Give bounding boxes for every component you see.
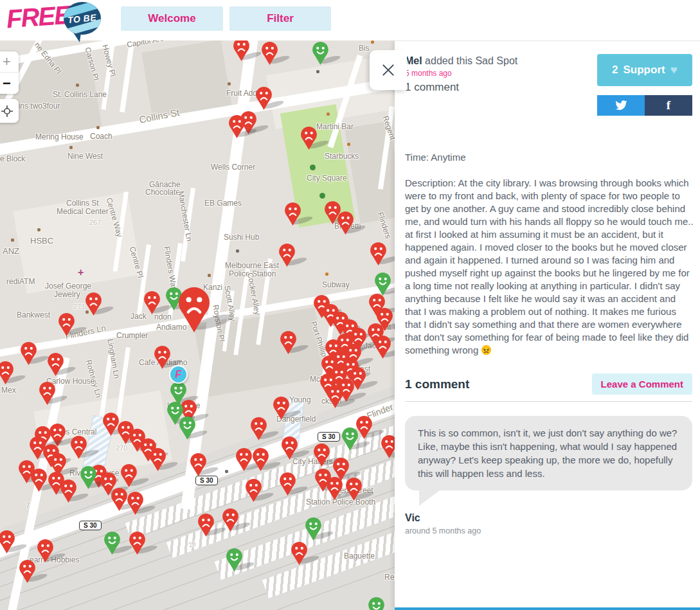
sad-marker[interactable] bbox=[369, 242, 388, 266]
sad-marker[interactable] bbox=[36, 539, 55, 563]
street-label: Mex bbox=[1, 386, 16, 395]
street-label: Subway bbox=[322, 280, 350, 289]
sad-marker[interactable] bbox=[197, 513, 215, 537]
zoom-out-button[interactable]: − bbox=[0, 73, 19, 94]
poi-icon bbox=[96, 126, 100, 129]
sad-marker[interactable] bbox=[251, 447, 270, 472]
street-label: rediATM bbox=[6, 277, 35, 286]
facebook-share-button[interactable]: f bbox=[645, 95, 692, 116]
sad-marker[interactable] bbox=[46, 352, 65, 377]
heart-icon: ♥ bbox=[670, 63, 678, 77]
street-label: Mering House bbox=[35, 132, 84, 141]
sad-marker[interactable] bbox=[283, 202, 302, 226]
street-label: Starbucks bbox=[325, 152, 359, 161]
happy-marker[interactable] bbox=[178, 416, 197, 440]
happy-marker[interactable] bbox=[304, 517, 323, 541]
sad-marker[interactable] bbox=[228, 114, 246, 139]
sad-marker[interactable] bbox=[280, 436, 299, 460]
sad-marker[interactable] bbox=[0, 361, 15, 385]
filter-button[interactable]: Filter bbox=[229, 6, 331, 31]
comment-bubble: This is so common, isn't it, we just don… bbox=[405, 416, 692, 490]
sad-marker[interactable] bbox=[19, 341, 38, 366]
sad-marker[interactable] bbox=[38, 381, 57, 406]
street-label: Melbourne East bbox=[225, 261, 279, 270]
sad-marker[interactable] bbox=[345, 477, 363, 501]
sad-marker[interactable] bbox=[325, 476, 344, 501]
twitter-share-button[interactable] bbox=[597, 95, 645, 116]
sad-marker[interactable] bbox=[260, 41, 279, 66]
happy-marker[interactable] bbox=[79, 465, 98, 490]
street-label: HSBC bbox=[30, 236, 53, 246]
comment-bubble-tail bbox=[419, 490, 440, 506]
sad-marker[interactable] bbox=[244, 478, 263, 503]
sad-marker[interactable] bbox=[128, 531, 147, 555]
happy-marker[interactable] bbox=[311, 41, 330, 66]
sad-marker[interactable] bbox=[300, 126, 318, 150]
spot-description: Description: At the city library. I was … bbox=[405, 177, 694, 357]
street-label: e Block bbox=[0, 154, 25, 163]
sad-marker[interactable] bbox=[290, 541, 309, 566]
sad-marker[interactable] bbox=[57, 312, 76, 337]
sad-marker[interactable] bbox=[84, 292, 103, 316]
sad-marker[interactable] bbox=[189, 453, 208, 477]
lane bbox=[120, 40, 135, 112]
sad-marker[interactable] bbox=[59, 479, 78, 503]
app: FREE TO BE Welcome Filter bbox=[0, 0, 700, 610]
street-label: Coach bbox=[90, 132, 112, 141]
sad-marker[interactable] bbox=[235, 447, 253, 472]
street-label: Howey Pl bbox=[100, 44, 118, 78]
locate-button[interactable] bbox=[0, 99, 19, 123]
street-label: 7 bbox=[26, 501, 30, 510]
poi-icon bbox=[11, 238, 14, 242]
sad-marker[interactable] bbox=[279, 330, 298, 355]
support-button[interactable]: 2 Support ♥ bbox=[597, 54, 692, 86]
poi-icon bbox=[208, 274, 211, 277]
sad-marker[interactable] bbox=[373, 335, 392, 359]
spot-action: added this Sad Spot bbox=[422, 55, 518, 66]
happy-marker[interactable] bbox=[225, 548, 244, 572]
free-to-be-brand-marker[interactable]: F bbox=[170, 366, 186, 382]
brand-marker-letter: F bbox=[175, 369, 182, 381]
comment-author: Vic bbox=[405, 512, 692, 524]
sad-marker[interactable] bbox=[272, 396, 291, 420]
free-to-be-logo[interactable]: FREE TO BE bbox=[0, 0, 116, 40]
leave-comment-button[interactable]: Leave a Comment bbox=[592, 373, 692, 395]
sad-marker[interactable] bbox=[249, 417, 268, 441]
poi-icon bbox=[316, 70, 319, 73]
sad-marker[interactable] bbox=[278, 472, 297, 496]
route-badge: S 30 bbox=[318, 432, 340, 442]
poi-icon bbox=[327, 112, 330, 116]
sad-marker[interactable] bbox=[336, 211, 355, 235]
sad-marker[interactable] bbox=[255, 86, 273, 111]
sad-marker[interactable] bbox=[148, 447, 167, 472]
street-label: Bis bbox=[359, 44, 370, 53]
comment-time: around 5 months ago bbox=[405, 526, 692, 535]
poi-icon bbox=[76, 84, 79, 87]
sad-marker[interactable] bbox=[143, 291, 161, 315]
happy-marker[interactable] bbox=[341, 427, 359, 451]
street-label: 270 bbox=[116, 444, 127, 452]
happy-marker[interactable] bbox=[103, 531, 121, 555]
sad-marker[interactable] bbox=[278, 243, 296, 267]
welcome-button[interactable]: Welcome bbox=[121, 6, 223, 31]
zoom-in-button[interactable]: + bbox=[0, 51, 19, 73]
street-label: Crumpler bbox=[116, 331, 148, 340]
sad-marker[interactable] bbox=[380, 435, 395, 459]
logo-speech-bubble: TO BE bbox=[64, 2, 101, 35]
happy-marker[interactable] bbox=[367, 597, 386, 610]
sad-marker[interactable] bbox=[312, 443, 331, 467]
sad-marker[interactable] bbox=[232, 40, 251, 62]
sad-marker[interactable] bbox=[69, 435, 88, 460]
selected-sad-marker[interactable] bbox=[176, 286, 212, 334]
sad-marker[interactable] bbox=[18, 559, 37, 584]
sad-marker[interactable] bbox=[30, 468, 48, 492]
sad-marker[interactable] bbox=[126, 491, 145, 516]
sad-marker[interactable] bbox=[326, 384, 345, 409]
sad-marker[interactable] bbox=[153, 345, 172, 370]
map[interactable]: + Capitol ArcHowey PlCarson Plne Edna Pl… bbox=[0, 40, 395, 610]
close-panel-button[interactable] bbox=[370, 50, 407, 90]
street-label: Young bbox=[289, 395, 311, 404]
route-badge: S 30 bbox=[79, 521, 102, 530]
sad-marker[interactable] bbox=[120, 463, 138, 488]
sad-marker[interactable] bbox=[0, 530, 16, 554]
